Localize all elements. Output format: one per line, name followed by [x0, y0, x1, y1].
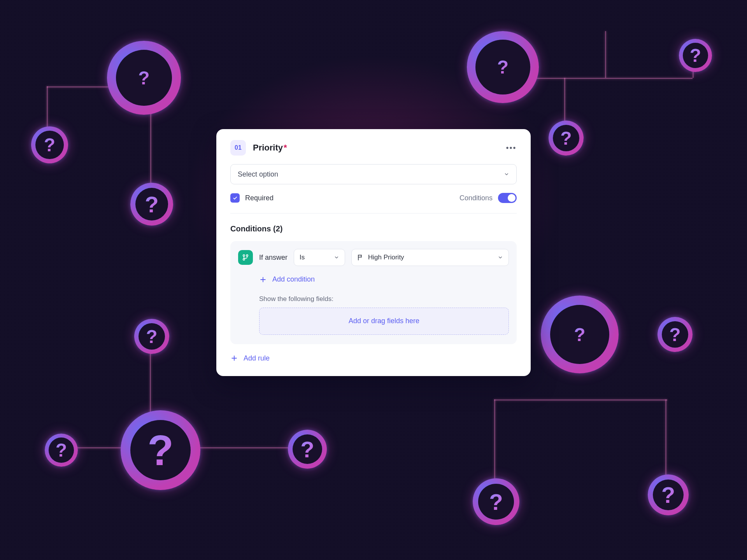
required-label: Required — [245, 194, 274, 202]
chevron-down-icon — [504, 172, 509, 177]
chevron-down-icon — [498, 255, 503, 260]
condition-rule-row: If answer Is High Priority — [238, 249, 509, 266]
add-condition-button[interactable]: Add condition — [259, 275, 315, 284]
condition-rule-block: If answer Is High Priority — [230, 241, 517, 344]
value-select[interactable]: High Priority — [351, 249, 509, 266]
show-fields-label: Show the following fields: — [259, 295, 509, 303]
if-answer-label: If answer — [259, 254, 288, 262]
dropzone-label: Add or drag fields here — [349, 317, 419, 325]
conditions-toggle-label: Conditions — [459, 194, 493, 202]
operator-value: Is — [300, 254, 305, 261]
required-checkbox[interactable] — [230, 193, 240, 203]
question-editor-card: 01 Priority* ••• Select option Required … — [216, 129, 531, 376]
conditions-heading: Conditions (2) — [230, 224, 517, 233]
card-header: 01 Priority* ••• — [230, 140, 517, 156]
option-select[interactable]: Select option — [230, 164, 517, 184]
add-rule-button[interactable]: Add rule — [230, 354, 270, 362]
question-title: Priority* — [253, 143, 287, 153]
flag-icon — [357, 254, 364, 261]
plus-icon — [259, 276, 267, 284]
question-number-badge: 01 — [230, 140, 246, 156]
chevron-down-icon — [334, 255, 339, 260]
fields-dropzone[interactable]: Add or drag fields here — [259, 308, 509, 335]
operator-select[interactable]: Is — [294, 249, 345, 266]
question-title-text: Priority — [253, 143, 283, 152]
more-menu-button[interactable]: ••• — [506, 142, 517, 153]
conditions-toggle[interactable] — [498, 193, 517, 203]
plus-icon — [230, 354, 238, 362]
required-asterisk: * — [284, 143, 287, 152]
add-rule-label: Add rule — [244, 354, 270, 362]
branch-icon — [238, 250, 253, 265]
required-conditions-row: Required Conditions — [230, 193, 517, 214]
add-condition-label: Add condition — [272, 275, 315, 284]
option-select-placeholder: Select option — [238, 170, 278, 178]
value-text: High Priority — [368, 254, 404, 261]
conditions-section: Conditions (2) If answer Is — [230, 214, 517, 364]
